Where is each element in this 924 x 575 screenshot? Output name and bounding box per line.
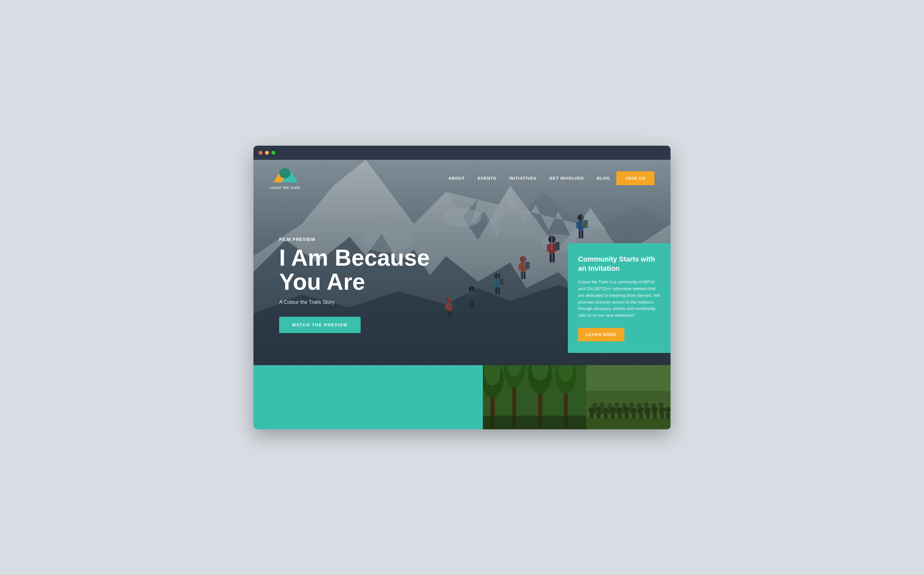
learn-more-button[interactable]: LEARN MORE (578, 328, 624, 342)
hero-title: I Am Because You Are (279, 246, 430, 294)
community-card: Community Starts with an Invitation Colo… (568, 243, 670, 353)
join-us-button[interactable]: JOIN US (616, 172, 654, 185)
browser-window: colour the trails ABOUT EVENTS INITIATIV… (254, 146, 670, 429)
minimize-dot[interactable] (265, 151, 269, 155)
community-card-body: Colour the Trails is a community of BIPo… (578, 279, 660, 319)
browser-chrome (254, 146, 670, 160)
hero-content: FILM PREVIEW I Am Because You Are A Colo… (279, 237, 430, 333)
nav-item-initiatives[interactable]: INITIATIVES (509, 175, 537, 181)
nav-links: ABOUT EVENTS INITIATIVES GET INVOLVED BL… (449, 175, 610, 181)
bottom-section (254, 365, 670, 429)
website: colour the trails ABOUT EVENTS INITIATIV… (254, 160, 670, 429)
bottom-images (483, 365, 670, 429)
bottom-group-photo (586, 365, 670, 429)
logo-area[interactable]: colour the trails (270, 166, 301, 190)
close-dot[interactable] (259, 151, 262, 155)
logo-text: colour the trails (270, 185, 301, 190)
bottom-forest-image (483, 365, 586, 429)
hero-subtitle: A Colour the Trails Story (279, 299, 430, 305)
nav-item-events[interactable]: EVENTS (478, 175, 496, 181)
nav-item-blog[interactable]: BLOG (597, 175, 610, 181)
hero-section: colour the trails ABOUT EVENTS INITIATIV… (254, 160, 670, 365)
film-label: FILM PREVIEW (279, 237, 430, 242)
logo-icon (272, 166, 298, 184)
group-svg (586, 365, 670, 429)
watch-preview-button[interactable]: WATCH THE PREVIEW (279, 317, 360, 333)
nav-item-about[interactable]: ABOUT (449, 175, 465, 181)
svg-rect-121 (586, 365, 670, 429)
community-card-title: Community Starts with an Invitation (578, 255, 660, 273)
maximize-dot[interactable] (271, 151, 275, 155)
svg-rect-73 (483, 416, 586, 429)
forest-svg (483, 365, 586, 429)
nav-item-get-involved[interactable]: GET INVOLVED (549, 175, 584, 181)
bottom-teal-block (254, 365, 483, 429)
svg-point-58 (279, 168, 291, 178)
navbar: colour the trails ABOUT EVENTS INITIATIV… (254, 160, 670, 196)
